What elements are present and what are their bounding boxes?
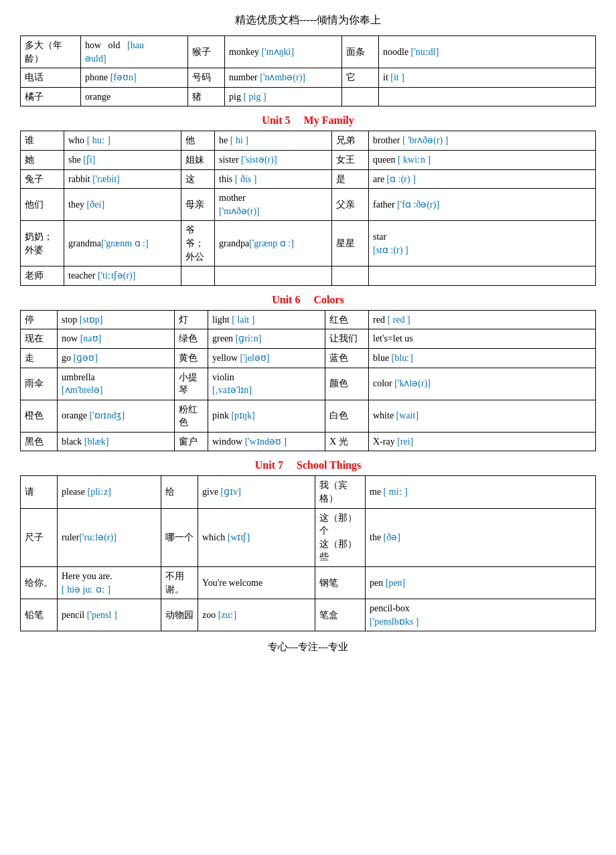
table-row: 他们 they [ðei] 母亲 mother['mʌðə(r)] 父亲 fat… [21,189,596,221]
cell: 女王 [332,150,369,169]
table-row: 黑色 black [blæk] 窗户 window ['wɪndəʊ ] X 光… [21,432,596,451]
unit7-title: Unit 7 School Things [20,459,596,471]
unit7-name-label: School Things [297,459,361,471]
cell: 动物园 [161,599,198,631]
cell: teacher ['tiːtʃə(r)] [64,266,181,286]
unit7-table: 请 please [pliːz] 给 give [ɡɪv] 我（宾格） me [… [20,475,596,631]
cell: 现在 [21,329,58,349]
cell: 谁 [21,131,64,151]
cell: let's=let us [369,329,596,349]
cell: this [ ðis ] [215,169,332,189]
cell: queen [ kwiːn ] [369,150,596,169]
cell: rabbit ['ræbit] [64,169,181,189]
cell: 老师 [21,266,64,286]
cell: 他 [181,131,215,151]
cell: 电话 [21,68,81,88]
cell: 窗户 [175,432,208,451]
cell: 爷爷；外公 [181,221,215,266]
cell: 笔盒 [315,599,366,631]
cell: X-ray [rei] [369,432,596,451]
cell: 给你。 [21,567,58,599]
table-row: 奶奶；外婆 grandma['grænm ɑ :] 爷爷；外公 grandpa[… [21,221,596,266]
cell: 多大（年龄） [21,36,81,68]
cell: 黑色 [21,432,58,451]
cell: go [ɡəʊ] [58,348,175,368]
cell: 蓝色 [325,348,369,368]
table-row: 雨伞 umbrella[ʌm'brelə] 小提琴 violin[ˌvaɪə'l… [21,368,596,400]
cell: 铅笔 [21,599,58,631]
cell: the [ðə] [366,508,596,566]
cell: 给 [161,476,198,508]
cell: light [ lait ] [208,310,325,329]
table-row: 橘子 orange 猪 pig [ pig ] [21,87,596,106]
cell: noodle ['nuːdl] [379,36,596,68]
table-row: 电话 phone [fəʊn] 号码 number ['nʌmbə(r)] 它 … [21,68,596,88]
cell: orange [81,87,188,106]
table-row: 尺子 ruler['ruːlə(r)] 哪一个 which [wɪtʃ] 这（那… [21,508,596,566]
cell: 小提琴 [175,368,208,400]
cell: brother [ 'brʌðə(r) ] [369,131,596,151]
cell: 它 [342,68,379,88]
cell: father ['fɑ :ðə(r)] [369,189,596,221]
cell: stop [stɒp] [58,310,175,329]
cell: 她 [21,150,64,169]
cell: pencil-box['penslbɒks ] [366,599,596,631]
unit6-title: Unit 6 Colors [20,294,596,306]
cell: number ['nʌmbə(r)] [225,68,342,88]
unit5-title: Unit 5 My Family [20,114,596,127]
bottom-title: 专心---专注---专业 [20,641,596,653]
cell: how old [hauəuld] [81,36,188,68]
cell: who [ huː ] [64,131,181,151]
cell: which [wɪtʃ] [198,508,315,566]
cell: it [it ] [379,68,596,88]
table-row: 请 please [pliːz] 给 give [ɡɪv] 我（宾格） me [… [21,476,596,508]
cell: 尺子 [21,508,58,566]
cell: green [ɡriːn] [208,329,325,349]
cell: 母亲 [181,189,215,221]
table-row: 现在 now [naʊ] 绿色 green [ɡriːn] 让我们 let's=… [21,329,596,349]
cell: 黄色 [175,348,208,368]
cell: monkey ['mʌŋki] [225,36,342,68]
cell: grandma['grænm ɑ :] [64,221,181,266]
unit5-unit-label: Unit 5 [262,114,290,126]
cell: window ['wɪndəʊ ] [208,432,325,451]
cell: 让我们 [325,329,369,349]
unit5-name-label: My Family [304,114,354,126]
cell: 猴子 [188,36,225,68]
cell: zoo [zuː] [198,599,315,631]
cell: 钢笔 [315,567,366,599]
cell: orange ['ɒrɪndʒ] [58,400,175,432]
cell: yellow ['jeləʊ] [208,348,325,368]
cell: pen [pen] [366,567,596,599]
unit7-unit-label: Unit 7 [255,459,283,471]
table-row: 老师 teacher ['tiːtʃə(r)] [21,266,596,286]
table-row: 她 she [ʃi] 姐妹 sister ['sistə(r)] 女王 quee… [21,150,596,169]
cell [342,87,379,106]
cell: phone [fəʊn] [81,68,188,88]
cell: pencil ['pensl ] [58,599,161,631]
cell: 橘子 [21,87,81,106]
cell: 走 [21,348,58,368]
cell: 奶奶；外婆 [21,221,64,266]
cell: You're welcome [198,567,315,599]
cell: 星星 [332,221,369,266]
cell: pig [ pig ] [225,87,342,106]
cell: 哪一个 [161,508,198,566]
cell: black [blæk] [58,432,175,451]
cell: 雨伞 [21,368,58,400]
cell: 是 [332,169,369,189]
cell: 灯 [175,310,208,329]
table-row: 兔子 rabbit ['ræbit] 这 this [ ðis ] 是 are … [21,169,596,189]
cell [181,266,215,286]
table-row: 铅笔 pencil ['pensl ] 动物园 zoo [zuː] 笔盒 pen… [21,599,596,631]
cell [215,266,332,286]
table-row: 橙色 orange ['ɒrɪndʒ] 粉红色 pink [pɪŋk] 白色 w… [21,400,596,432]
cell: me [ miː ] [366,476,596,508]
cell [369,266,596,286]
cell: 兔子 [21,169,64,189]
cell: white [wait] [369,400,596,432]
cell: 这 [181,169,215,189]
table-row: 谁 who [ huː ] 他 he [ hi ] 兄弟 brother [ '… [21,131,596,151]
cell: are [ɑ :(r) ] [369,169,596,189]
cell: 颜色 [325,368,369,400]
